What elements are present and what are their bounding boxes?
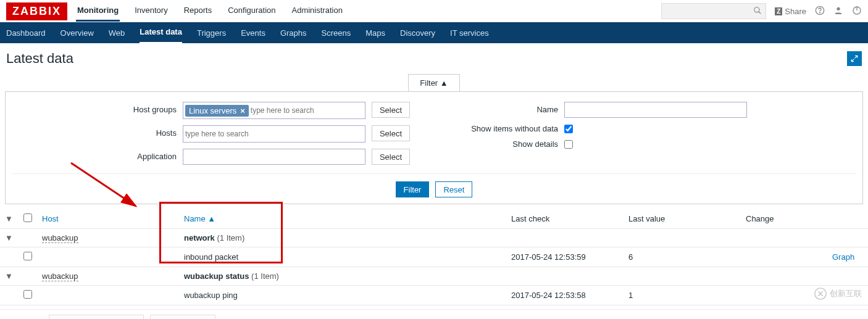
subnav-maps[interactable]: Maps: [365, 23, 385, 43]
row-checkbox[interactable]: [23, 290, 32, 299]
application-input[interactable]: [183, 149, 365, 165]
subnav-it-services[interactable]: IT services: [450, 23, 489, 43]
table-group-row: ▼ wubackup wubackup status (1 Item): [0, 267, 868, 286]
application-label: Application: [121, 149, 177, 161]
topnav-administration[interactable]: Administration: [291, 1, 344, 22]
host-groups-label: Host groups: [121, 102, 177, 114]
latest-data-table: ▼ Host Name ▲ Last check Last value Chan…: [0, 209, 868, 305]
global-search[interactable]: [661, 3, 766, 19]
remove-tag-icon[interactable]: ×: [240, 106, 245, 115]
item-change: [741, 247, 827, 267]
subnav-graphs[interactable]: Graphs: [280, 23, 307, 43]
application-select-button[interactable]: Select: [372, 149, 410, 165]
host-groups-select-button[interactable]: Select: [372, 102, 410, 118]
show-details-label: Show details: [459, 139, 558, 149]
host-link[interactable]: wubackup: [42, 233, 78, 243]
show-without-data-checkbox[interactable]: [564, 125, 573, 133]
host-groups-multiselect[interactable]: Linux servers ×: [183, 102, 365, 119]
name-filter-input[interactable]: [564, 102, 747, 118]
hosts-multiselect[interactable]: [183, 125, 365, 143]
item-last-value: 1: [624, 286, 741, 305]
subnav-dashboard[interactable]: Dashboard: [6, 23, 46, 43]
header-name[interactable]: Name ▲: [184, 214, 215, 223]
display-stacked-graph-button: Display stacked graph: [49, 315, 144, 319]
filter-toggle-tab[interactable]: Filter ▲: [408, 74, 459, 91]
item-name: wubackup ping: [179, 286, 506, 305]
hosts-select-button[interactable]: Select: [372, 125, 410, 141]
subnav-web[interactable]: Web: [109, 23, 125, 43]
row-checkbox[interactable]: [23, 252, 32, 260]
subnav-triggers[interactable]: Triggers: [197, 23, 226, 43]
help-icon[interactable]: [815, 6, 825, 17]
collapse-all-icon[interactable]: ▼: [5, 214, 13, 223]
search-icon[interactable]: [753, 6, 762, 17]
hosts-input[interactable]: [185, 130, 363, 138]
topnav-reports[interactable]: Reports: [183, 1, 214, 22]
select-all-checkbox[interactable]: [23, 213, 32, 222]
share-button[interactable]: ZShare: [775, 7, 806, 16]
item-last-value: 6: [624, 247, 741, 267]
svg-line-1: [759, 11, 761, 14]
topnav-configuration[interactable]: Configuration: [227, 1, 277, 22]
svg-point-4: [837, 7, 840, 10]
user-icon[interactable]: [833, 6, 843, 17]
graph-link[interactable]: Graph: [832, 252, 854, 262]
table-group-row: ▼ wubackup network (1 Item): [0, 229, 868, 247]
header-host[interactable]: Host: [42, 214, 59, 223]
table-item-row: inbound packet 2017-05-24 12:53:59 6 Gra…: [0, 247, 868, 267]
svg-point-0: [754, 7, 759, 12]
subnav-events[interactable]: Events: [241, 23, 265, 43]
host-link[interactable]: wubackup: [42, 271, 78, 281]
show-without-data-label: Show items without data: [459, 124, 558, 133]
subnav-discovery[interactable]: Discovery: [400, 23, 435, 43]
logout-icon[interactable]: [852, 6, 862, 17]
subnav-screens[interactable]: Screens: [322, 23, 351, 43]
reset-button[interactable]: Reset: [435, 181, 472, 197]
page-title: Latest data: [6, 51, 73, 67]
header-last-value: Last value: [624, 209, 741, 229]
item-name: inbound packet: [179, 247, 506, 267]
display-graph-button: Display graph: [150, 315, 215, 319]
name-filter-label: Name: [459, 102, 558, 114]
item-last-check: 2017-05-24 12:53:59: [506, 247, 624, 267]
zabbix-logo[interactable]: ZABBIX: [6, 2, 67, 20]
topnav-monitoring[interactable]: Monitoring: [76, 1, 120, 22]
watermark: 创新互联: [814, 287, 862, 300]
hosts-label: Hosts: [121, 125, 177, 138]
header-change: Change: [741, 209, 827, 229]
subnav-overview[interactable]: Overview: [61, 23, 94, 43]
subnav-latest-data[interactable]: Latest data: [140, 22, 182, 44]
sub-nav: Dashboard Overview Web Latest data Trigg…: [0, 22, 868, 43]
svg-point-3: [819, 12, 820, 12]
table-item-row: wubackup ping 2017-05-24 12:53:58 1: [0, 286, 868, 305]
filter-button[interactable]: Filter: [396, 181, 430, 197]
show-details-checkbox[interactable]: [564, 140, 573, 149]
host-groups-input[interactable]: [251, 106, 363, 115]
topnav-inventory[interactable]: Inventory: [133, 1, 169, 22]
collapse-icon[interactable]: ▼: [5, 233, 13, 242]
top-nav: Monitoring Inventory Reports Configurati…: [76, 1, 661, 22]
collapse-icon[interactable]: ▼: [5, 271, 13, 281]
host-group-tag: Linux servers ×: [185, 105, 249, 117]
filter-panel: Host groups Linux servers × Select Hosts…: [5, 91, 863, 204]
fullscreen-button[interactable]: [847, 51, 862, 66]
footer-bar: 0 selected Display stacked graph Display…: [0, 309, 868, 319]
item-last-check: 2017-05-24 12:53:58: [506, 286, 624, 305]
header-last-check: Last check: [506, 209, 624, 229]
